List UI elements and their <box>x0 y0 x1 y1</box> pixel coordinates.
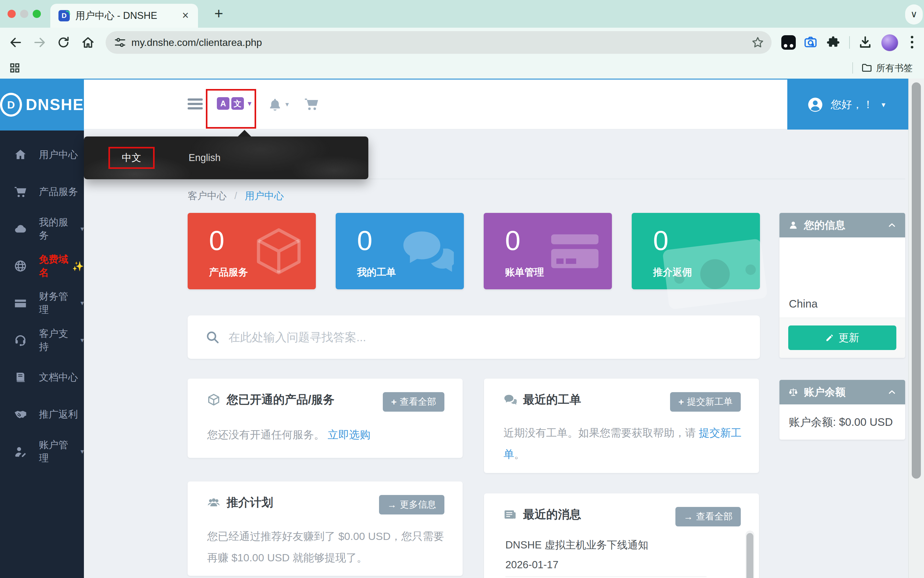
open-ticket-button[interactable]: + 提交新工单 <box>670 392 741 412</box>
breadcrumb-separator: / <box>235 190 237 201</box>
news-item-title[interactable]: DNSHE 虚拟主机业务下线通知 <box>505 538 648 552</box>
url-bar[interactable]: my.dnshe.com/clientarea.php <box>105 31 772 54</box>
view-all-button[interactable]: + 查看全部 <box>383 392 444 412</box>
card-header: 推介计划 <box>207 495 273 510</box>
window-close-button[interactable] <box>8 10 16 18</box>
app-header: A 文 ▾ ▾ <box>84 79 787 130</box>
annotation-box-zh: 中文 <box>108 147 155 169</box>
bookmark-star-icon[interactable] <box>751 36 765 49</box>
sidebar-item-label: 账户管理 <box>39 438 74 465</box>
window-minimize-button[interactable] <box>20 10 28 18</box>
scrollbar-thumb[interactable] <box>746 533 753 578</box>
stat-card-products[interactable]: 0 产品服务 <box>188 213 316 289</box>
stat-card-affiliate[interactable]: 0 推介返佣 <box>632 213 760 289</box>
back-icon[interactable] <box>9 36 23 49</box>
sidebar-item-my-services[interactable]: 我的服务 ▾ <box>0 210 84 247</box>
screenshot-lens-icon[interactable] <box>803 35 818 50</box>
card-affiliate: 推介计划 → 更多信息 您已经通过推荐好友赚到了 $0.00 USD，您只需要再… <box>188 481 463 576</box>
extensions-puzzle-icon[interactable] <box>826 35 840 50</box>
chevron-up-icon[interactable] <box>888 388 896 396</box>
card-news: 最近的消息 → 查看全部 DNSHE 虚拟主机业务下线通知 2026-01-17 <box>484 494 759 578</box>
notifications-button[interactable]: ▾ <box>268 97 289 112</box>
stat-card-tickets[interactable]: 0 我的工单 <box>336 213 464 289</box>
stat-value: 0 <box>505 227 521 255</box>
cart-icon[interactable] <box>304 97 319 112</box>
balance-text: 账户余额: $0.00 USD <box>789 415 893 430</box>
caret-down-icon: ▾ <box>285 100 289 109</box>
apps-grid-icon[interactable] <box>9 62 21 74</box>
home-icon <box>14 148 27 161</box>
home-icon[interactable] <box>81 36 95 49</box>
hamburger-menu-icon[interactable] <box>188 98 203 109</box>
sidebar-item-support[interactable]: 客户支持 ▾ <box>0 322 84 359</box>
breadcrumb-home[interactable]: 客户中心 <box>188 190 227 201</box>
browser-tab[interactable]: D 用户中心 - DNSHE × <box>50 4 198 28</box>
sidebar-item-dashboard[interactable]: 用户中心 <box>0 136 84 173</box>
card-header: 最近的工单 <box>503 392 581 408</box>
browser-tab-strip: D 用户中心 - DNSHE × + ∨ <box>0 0 924 28</box>
card-body: 近期没有工单。如果您需要获取帮助，请 提交新工单。 <box>503 422 752 465</box>
no-tickets-text: 近期没有工单。如果您需要获取帮助，请 <box>503 427 699 439</box>
stat-card-invoices[interactable]: 0 账单管理 <box>484 213 612 289</box>
menu-item-english[interactable]: English <box>189 152 221 164</box>
news-list-scrollbar[interactable] <box>746 531 754 578</box>
sidebar-item-label: 推广返利 <box>39 408 78 421</box>
breadcrumb-current[interactable]: 用户中心 <box>245 190 284 201</box>
dnshe-logo[interactable]: D DNSHE <box>0 79 84 130</box>
panel-body: China <box>780 237 905 318</box>
button-label: 查看全部 <box>696 510 733 523</box>
panel-header[interactable]: 您的信息 <box>780 213 905 237</box>
sidebar-item-docs[interactable]: 文档中心 <box>0 359 84 396</box>
window-zoom-button[interactable] <box>33 10 41 18</box>
sidebar-nav: 用户中心 产品服务 我的服务 ▾ 免费域名 ✨ 财务管理 ▾ <box>0 136 84 470</box>
bookmarks-bar: 所有书签 <box>0 57 924 79</box>
credit-card-icon <box>14 297 27 310</box>
sidebar-item-label: 财务管理 <box>39 290 74 317</box>
caret-down-icon: ▾ <box>81 448 84 456</box>
arrow-right-icon: → <box>684 511 693 522</box>
browser-toolbar: my.dnshe.com/clientarea.php <box>0 28 924 57</box>
sidebar-item-free-domain[interactable]: 免费域名 ✨ <box>0 247 84 284</box>
sidebar-item-products[interactable]: 产品服务 <box>0 173 84 210</box>
logo-text: DNSHE <box>26 96 84 114</box>
button-label: 提交新工单 <box>687 396 733 408</box>
browser-menu-icon[interactable] <box>909 34 914 50</box>
globe-icon <box>14 260 27 273</box>
panel-header[interactable]: 账户余额 <box>780 380 905 404</box>
all-bookmarks-button[interactable]: 所有书签 <box>876 57 913 79</box>
stat-value: 0 <box>209 227 224 255</box>
order-now-link[interactable]: 立即选购 <box>327 429 370 441</box>
page-scrollbar[interactable] <box>908 79 924 578</box>
sidebar-item-billing[interactable]: 财务管理 ▾ <box>0 284 84 322</box>
new-tab-button[interactable]: + <box>210 5 228 23</box>
menu-item-chinese[interactable]: 中文 <box>122 151 141 164</box>
update-button[interactable]: 更新 <box>788 325 896 350</box>
user-menu[interactable]: 您好，！ ▾ <box>787 79 908 130</box>
scrollbar-thumb[interactable] <box>912 83 921 479</box>
tab-close-icon[interactable]: × <box>179 10 192 22</box>
forward-icon[interactable] <box>33 36 47 49</box>
sidebar-item-affiliates[interactable]: 推广返利 <box>0 396 84 433</box>
user-edit-icon <box>14 445 27 458</box>
profile-avatar[interactable] <box>881 34 898 51</box>
panel-your-info: 您的信息 China 更新 <box>780 213 905 358</box>
sidebar-item-account[interactable]: 账户管理 ▾ <box>0 433 84 470</box>
reload-icon[interactable] <box>57 36 70 49</box>
downloads-icon[interactable] <box>858 35 872 50</box>
stat-label: 账单管理 <box>505 266 544 279</box>
pencil-icon <box>825 333 834 342</box>
tab-search-chevron-icon[interactable]: ∨ <box>905 5 923 24</box>
no-tickets-text-suffix: 。 <box>514 448 525 460</box>
card-body: 您已经通过推荐好友赚到了 $0.00 USD，您只需要再赚 $10.00 USD… <box>207 526 452 568</box>
extension-icon[interactable] <box>781 35 796 50</box>
panel-title: 您的信息 <box>804 218 845 232</box>
newspaper-icon <box>503 508 517 521</box>
more-info-button[interactable]: → 更多信息 <box>379 495 444 515</box>
chevron-up-icon[interactable] <box>888 221 896 230</box>
site-settings-icon[interactable] <box>113 36 127 49</box>
panel-title: 账户余额 <box>804 385 845 399</box>
country-text: China <box>789 297 817 310</box>
view-all-news-button[interactable]: → 查看全部 <box>675 507 741 526</box>
stat-label: 我的工单 <box>357 266 396 279</box>
search-input[interactable] <box>228 315 732 359</box>
